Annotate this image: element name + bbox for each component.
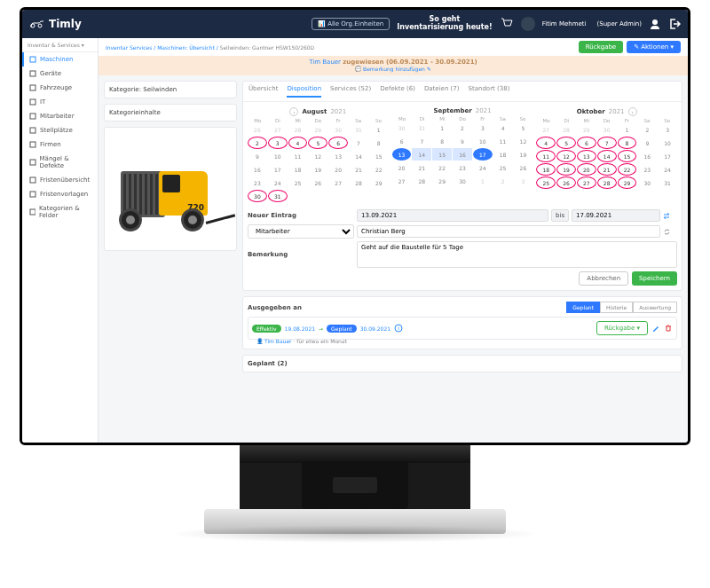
calendar-day[interactable]: 16 bbox=[453, 148, 472, 161]
planned-card[interactable]: Geplant (2) bbox=[242, 355, 682, 372]
calendar-day[interactable]: 31 bbox=[658, 176, 677, 189]
logout-icon[interactable] bbox=[668, 18, 681, 30]
calendar-day[interactable]: 27 bbox=[536, 123, 556, 136]
date-from-input[interactable] bbox=[357, 209, 548, 222]
calendar-day[interactable]: 6 bbox=[392, 135, 412, 147]
calendar-day[interactable]: 28 bbox=[412, 175, 431, 187]
row-return-button[interactable]: Rückgabe ▾ bbox=[596, 321, 648, 335]
sidebar-item-it[interactable]: IT bbox=[22, 95, 98, 109]
calendar-day[interactable]: 22 bbox=[369, 163, 389, 176]
calendar-day[interactable]: 1 bbox=[369, 123, 389, 136]
sidebar-item-mitarbeiter[interactable]: Mitarbeiter bbox=[22, 109, 98, 123]
banner-user-link[interactable]: Tim Bauer bbox=[309, 59, 341, 66]
date-to-input[interactable] bbox=[572, 209, 660, 222]
calendar-day[interactable]: 13 bbox=[577, 150, 596, 162]
calendar-day[interactable]: 1 bbox=[473, 175, 493, 187]
calendar-day[interactable]: 27 bbox=[577, 176, 596, 189]
calendar-day[interactable]: 9 bbox=[637, 137, 657, 149]
calendar-day[interactable]: 5 bbox=[556, 137, 576, 149]
calendar-day[interactable]: 11 bbox=[288, 150, 308, 162]
calendar-day[interactable]: 17 bbox=[268, 163, 288, 176]
sidebar-item-kategorien-felder[interactable]: Kategorien & Felder bbox=[22, 201, 98, 223]
calendar-day[interactable]: 2 bbox=[248, 137, 267, 149]
sidebar-item-maschinen[interactable]: Maschinen bbox=[22, 52, 98, 67]
calendar-day[interactable]: 30 bbox=[248, 190, 267, 202]
sidebar-item-stellpl-tze[interactable]: Stellplätze bbox=[22, 123, 98, 137]
tab[interactable]: Defekte (6) bbox=[380, 85, 415, 98]
breadcrumb[interactable]: Inventar Services / Maschinen: Übersicht… bbox=[106, 44, 314, 51]
calendar-day[interactable]: 9 bbox=[248, 150, 267, 162]
calendar-day[interactable]: 29 bbox=[577, 123, 596, 136]
calendar-day[interactable]: 20 bbox=[392, 161, 412, 174]
calendar-day[interactable]: 24 bbox=[658, 163, 677, 176]
calendar-day[interactable]: 1 bbox=[618, 123, 637, 136]
calendar-day[interactable]: 12 bbox=[308, 150, 327, 162]
tab[interactable]: Dateien (7) bbox=[424, 85, 460, 98]
tab[interactable]: Übersicht bbox=[248, 85, 278, 98]
calendar-day[interactable]: 28 bbox=[556, 123, 576, 136]
calendar-day[interactable]: 7 bbox=[349, 137, 368, 149]
calendar-day[interactable]: 31 bbox=[349, 123, 368, 136]
calendar-day[interactable]: 24 bbox=[473, 161, 493, 174]
calendar-day[interactable]: 15 bbox=[618, 150, 637, 162]
calendar-day[interactable]: 13 bbox=[328, 150, 348, 162]
calendar-day[interactable]: 31 bbox=[412, 122, 431, 134]
calendar-day[interactable]: 2 bbox=[637, 123, 657, 136]
assigned-tab[interactable]: Auswertung bbox=[633, 302, 677, 313]
calendar-day[interactable]: 18 bbox=[288, 163, 308, 176]
calendar-day[interactable]: 23 bbox=[453, 161, 472, 174]
cancel-button[interactable]: Abbrechen bbox=[579, 271, 628, 286]
calendar-day[interactable]: 10 bbox=[268, 150, 288, 162]
assigned-tab[interactable]: Historie bbox=[600, 302, 633, 313]
calendar-day[interactable]: 14 bbox=[412, 148, 431, 161]
calendar-day[interactable]: 8 bbox=[369, 137, 389, 149]
calendar-day[interactable]: 16 bbox=[637, 150, 657, 162]
calendar-day[interactable]: 4 bbox=[288, 137, 308, 149]
calendar-day[interactable]: 15 bbox=[432, 148, 452, 161]
calendar-day[interactable]: 28 bbox=[597, 176, 617, 189]
calendar-day[interactable]: 26 bbox=[556, 176, 576, 189]
calendar-day[interactable]: 26 bbox=[308, 176, 327, 189]
calendar-day[interactable]: 18 bbox=[536, 163, 556, 176]
calendar-day[interactable]: 12 bbox=[514, 135, 533, 147]
cart-icon[interactable] bbox=[500, 17, 514, 31]
calendar-day[interactable]: 3 bbox=[473, 122, 493, 134]
add-remark-link[interactable]: 💬 Bemerkung hinzufügen ✎ bbox=[355, 66, 431, 72]
calendar-day[interactable]: 30 bbox=[637, 176, 657, 189]
calendar-day[interactable]: 30 bbox=[392, 122, 412, 134]
calendar-day[interactable]: 22 bbox=[432, 161, 452, 174]
calendar-day[interactable]: 29 bbox=[308, 123, 327, 136]
calendar-day[interactable]: 28 bbox=[349, 176, 368, 189]
calendar[interactable]: ‹August 2021MoDiMiDoFrSaSo26272829303112… bbox=[248, 107, 677, 202]
calendar-day[interactable]: 8 bbox=[618, 137, 637, 149]
calendar-day[interactable]: 16 bbox=[248, 163, 267, 176]
calendar-day[interactable]: 11 bbox=[493, 135, 513, 147]
calendar-day[interactable]: 9 bbox=[453, 135, 472, 147]
assigned-tab[interactable]: Geplant bbox=[566, 302, 600, 313]
refresh-icon[interactable] bbox=[663, 228, 670, 235]
calendar-day[interactable]: 27 bbox=[328, 176, 348, 189]
sidebar-item-firmen[interactable]: Firmen bbox=[22, 137, 98, 152]
calendar-day[interactable]: 2 bbox=[453, 122, 472, 134]
calendar-day[interactable]: 5 bbox=[308, 137, 327, 149]
sidebar-item-fristen-bersicht[interactable]: Fristenübersicht bbox=[22, 173, 98, 187]
tab[interactable]: Services (52) bbox=[330, 85, 371, 98]
sidebar-item-fahrzeuge[interactable]: Fahrzeuge bbox=[22, 81, 98, 95]
calendar-day[interactable]: 19 bbox=[308, 163, 327, 176]
info-icon[interactable]: i bbox=[394, 324, 403, 333]
tab[interactable]: Disposition bbox=[287, 85, 321, 98]
calendar-day[interactable]: 7 bbox=[597, 137, 617, 149]
calendar-day[interactable]: 27 bbox=[392, 175, 412, 187]
calendar-day[interactable]: 14 bbox=[349, 150, 368, 162]
calendar-day[interactable]: 25 bbox=[288, 176, 308, 189]
calendar-day[interactable]: 29 bbox=[369, 176, 389, 189]
calendar-day[interactable]: 4 bbox=[536, 137, 556, 149]
calendar-day[interactable]: 20 bbox=[328, 163, 348, 176]
delete-icon[interactable] bbox=[664, 324, 673, 333]
calendar-day[interactable]: 18 bbox=[493, 148, 513, 161]
calendar-day[interactable]: 6 bbox=[577, 137, 596, 149]
calendar-day[interactable]: 29 bbox=[618, 176, 637, 189]
prev-month[interactable]: ‹ bbox=[289, 107, 298, 116]
calendar-day[interactable]: 24 bbox=[268, 176, 288, 189]
calendar-day[interactable]: 8 bbox=[432, 135, 452, 147]
